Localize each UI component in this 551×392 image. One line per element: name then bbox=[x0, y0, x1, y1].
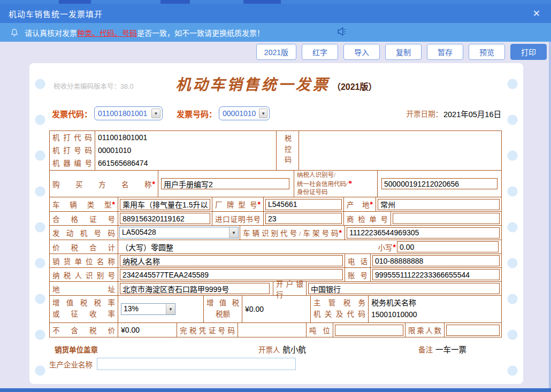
import-cert-input[interactable] bbox=[265, 213, 342, 224]
buyer-tax-id-label: 纳税人识别号/ 统一社会信用代码/* 身份证号码 bbox=[297, 171, 374, 196]
dialog-titlebar: 机动车销售统一发票填开 ✕ bbox=[0, 4, 551, 23]
seller-name-label: 销货单位名称 bbox=[52, 256, 115, 266]
vat-amount-value: ¥0.00 bbox=[245, 305, 264, 313]
total-lowercase-input[interactable] bbox=[397, 241, 499, 252]
remark-label: 备注 bbox=[418, 344, 433, 355]
background-artifact bbox=[243, 0, 281, 4]
invoice-title: 机动车销售统一发票 （2021版） bbox=[29, 73, 523, 94]
brand-model-input[interactable] bbox=[265, 199, 342, 210]
machine-id-label: 机器编号 bbox=[52, 157, 92, 170]
chevron-down-icon: ▼ bbox=[166, 304, 175, 314]
phone-label: 电话 bbox=[348, 256, 368, 266]
vat-amount-label: 增值税 税额 bbox=[206, 298, 239, 320]
vehicle-type-input[interactable] bbox=[120, 199, 210, 210]
notice-bar: 请认真核对发票种类、代码、号码是否一致，如不一致请更换纸质发票！ bbox=[0, 23, 551, 42]
invoice-code-label: 发票代码： bbox=[52, 108, 92, 119]
notice-highlight: 种类、代码、号码 bbox=[77, 29, 137, 37]
close-icon[interactable]: ✕ bbox=[531, 8, 542, 19]
machine-no-label: 机打号码 bbox=[52, 144, 92, 157]
inspection-no-input[interactable] bbox=[393, 213, 500, 224]
required-asterisk: * bbox=[152, 180, 155, 188]
address-input[interactable] bbox=[120, 283, 270, 294]
toolbar: 2021版 红字 导入 复制 暂存 预览 打印 bbox=[0, 44, 547, 60]
buyer-tax-id-input[interactable] bbox=[381, 178, 498, 189]
vat-rate-label: 增值税税率 或征收率 bbox=[52, 298, 115, 320]
temp-save-button[interactable]: 暂存 bbox=[427, 44, 463, 60]
seller-stamp-label: 销货单位盖章 bbox=[55, 344, 98, 355]
account-input[interactable] bbox=[372, 269, 500, 280]
import-button[interactable]: 导入 bbox=[343, 44, 380, 60]
inspection-no-label: 商检单号 bbox=[347, 213, 388, 224]
tax-paid-cert-label: 完税凭证号码 bbox=[180, 325, 235, 335]
buyer-name-input[interactable] bbox=[161, 178, 289, 189]
red-letter-button[interactable]: 红字 bbox=[302, 44, 338, 60]
invoice-footer: 销货单位盖章 开票人 航小航 备注 一车一票 bbox=[49, 343, 502, 355]
required-asterisk: * bbox=[339, 228, 342, 237]
tax-authority-label: 主管税务 机关及代码 bbox=[313, 298, 365, 320]
engine-no-label: 发动机号码 bbox=[52, 227, 115, 238]
import-cert-label: 进口证明书号 bbox=[215, 213, 261, 224]
tax-control-code-value bbox=[299, 131, 501, 170]
machine-code-value: 011001801001 bbox=[98, 132, 273, 144]
vin-input[interactable] bbox=[347, 227, 500, 239]
required-asterisk: * bbox=[393, 243, 396, 251]
manufacturer-input[interactable] bbox=[97, 358, 296, 370]
punch-holes-left bbox=[34, 78, 46, 380]
machine-id-value: 661565686474 bbox=[98, 157, 273, 170]
version-2021-button[interactable]: 2021版 bbox=[256, 44, 296, 60]
remark-value: 一车一票 bbox=[435, 343, 466, 355]
notice-text: 请认真核对发票种类、代码、号码是否一致，如不一致请更换纸质发票！ bbox=[25, 27, 264, 38]
machine-code-label: 机打代码 bbox=[52, 132, 92, 144]
speaker-icon[interactable] bbox=[336, 26, 348, 37]
tax-authority-value: 税务机关名称 15001010000 bbox=[371, 297, 417, 320]
tax-paid-cert-value bbox=[238, 323, 307, 337]
window-bottom-edge bbox=[0, 388, 551, 392]
required-asterisk: * bbox=[112, 200, 115, 209]
invoice-number-select[interactable]: 00001010 ▼ bbox=[219, 106, 270, 120]
buyer-name-label: 购买方名称 bbox=[52, 179, 152, 189]
drawer-value: 航小航 bbox=[283, 343, 307, 355]
required-asterisk: * bbox=[370, 200, 373, 209]
dialog-title: 机动车销售统一发票填开 bbox=[9, 8, 103, 19]
vin-label: 车辆识别代号/车架号码 bbox=[243, 227, 339, 238]
cert-no-input[interactable] bbox=[120, 213, 210, 224]
required-asterisk: * bbox=[348, 180, 352, 188]
tonnage-input[interactable] bbox=[335, 325, 403, 336]
punch-holes-right bbox=[507, 78, 518, 380]
vat-rate-select[interactable]: 13% ▼ bbox=[121, 303, 175, 315]
passenger-limit-input[interactable] bbox=[446, 325, 500, 336]
chevron-down-icon: ▼ bbox=[259, 109, 267, 118]
engine-no-select[interactable]: LA505428 ▼ bbox=[119, 227, 239, 239]
seller-tax-id-input[interactable] bbox=[120, 269, 343, 280]
print-button[interactable]: 打印 bbox=[510, 44, 547, 60]
background-artifact bbox=[59, 0, 91, 4]
invoice-table: 机打代码 机打号码 机器编号 011001801001 00001010 661… bbox=[49, 130, 502, 337]
invoice-paper: 税收分类编码版本号：38.0 机动车销售统一发票 （2021版） 发票代码： 0… bbox=[29, 63, 523, 384]
tax-control-code-label: 税控码 bbox=[282, 135, 293, 167]
invoice-code-row: 发票代码： 011001801001 ▼ 发票号码： 00001010 ▼ 开票… bbox=[52, 106, 501, 121]
issue-date: 开票日期： 2021年05月16日 bbox=[406, 108, 501, 119]
address-label: 地址 bbox=[52, 283, 115, 294]
invoice-fill-window: 机动车销售统一发票填开 ✕ 请认真核对发票种类、代码、号码是否一致，如不一致请更… bbox=[0, 0, 551, 392]
phone-input[interactable] bbox=[372, 255, 500, 266]
manufacturer-row: 生产企业名称 bbox=[49, 358, 502, 370]
copy-button[interactable]: 复制 bbox=[385, 44, 422, 60]
background-app-strip bbox=[0, 0, 551, 4]
total-lowercase-label: 小写 bbox=[378, 242, 393, 252]
invoice-code-select[interactable]: 011001801001 ▼ bbox=[94, 106, 163, 120]
origin-input[interactable] bbox=[378, 199, 500, 210]
preview-button[interactable]: 预览 bbox=[469, 44, 505, 60]
price-excl-tax-value: ¥0.00 bbox=[121, 326, 140, 334]
chevron-down-icon: ▼ bbox=[151, 109, 160, 118]
machine-no-value: 00001010 bbox=[98, 144, 273, 157]
price-excl-tax-label: 不含税价 bbox=[52, 325, 115, 335]
vehicle-type-label: 车辆类型 bbox=[52, 199, 112, 210]
bank-input[interactable] bbox=[308, 283, 500, 294]
seller-name-input[interactable] bbox=[120, 255, 343, 266]
drawer-label: 开票人 bbox=[258, 344, 280, 355]
chevron-down-icon: ▼ bbox=[229, 227, 238, 238]
total-uppercase-value: （大写）零圆整 bbox=[121, 242, 173, 252]
seller-tax-id-label: 纳税人识别号 bbox=[52, 270, 115, 280]
required-asterisk: * bbox=[258, 200, 261, 209]
cert-no-label: 合格证号 bbox=[52, 213, 115, 224]
